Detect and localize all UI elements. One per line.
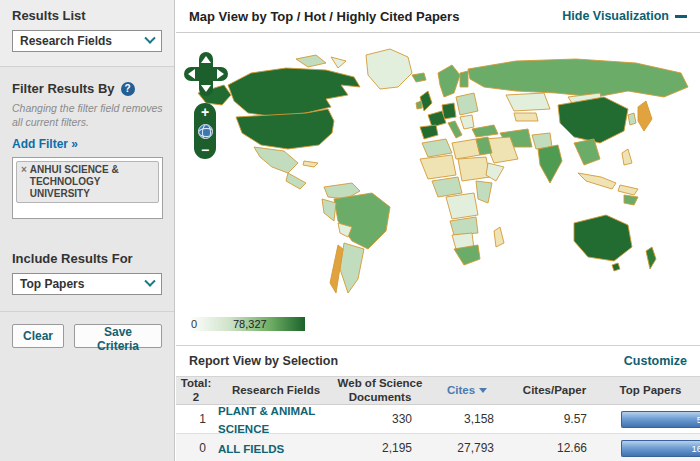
customize-link[interactable]: Customize [624, 354, 687, 368]
column-header-cites[interactable]: Cites [426, 384, 508, 397]
row-index: 0 [176, 441, 216, 455]
zoom-control: + − [194, 103, 216, 159]
column-header-wos-documents[interactable]: Web of Science Documents [334, 377, 426, 403]
research-field-link[interactable]: PLANT & ANIMAL SCIENCE [218, 405, 315, 435]
add-filter-link[interactable]: Add Filter » [12, 137, 162, 151]
total-count: Total: 2 [176, 377, 216, 403]
results-list-section: Results List Research Fields [0, 0, 174, 67]
include-results-value: Top Papers [20, 277, 84, 291]
top-papers-bar[interactable]: 5 [621, 411, 700, 428]
map-controls: + − [183, 51, 229, 159]
table-row: 1 PLANT & ANIMAL SCIENCE 330 3,158 9.57 … [176, 405, 700, 434]
total-value: 2 [176, 391, 216, 404]
cites-per-paper-value: 12.66 [508, 441, 601, 455]
map-area: + − 0 78,327 [176, 33, 700, 345]
total-label: Total: [176, 377, 216, 390]
save-criteria-button[interactable]: Save Criteria [74, 324, 162, 348]
table-row: 0 ALL FIELDS 2,195 27,793 12.66 16 [176, 434, 700, 461]
filter-tag[interactable]: × ANHUI SCIENCE & TECHNOLOGY UNIVERSITY [16, 161, 159, 203]
docs-value: 330 [334, 412, 426, 426]
filter-section: Filter Results By ? Changing the filter … [0, 67, 174, 229]
report-header: Report View by Selection Customize [176, 345, 700, 376]
sidebar: Results List Research Fields Filter Resu… [0, 0, 175, 461]
page: Results List Research Fields Filter Resu… [0, 0, 700, 461]
active-filters-box: × ANHUI SCIENCE & TECHNOLOGY UNIVERSITY [12, 157, 163, 219]
remove-filter-icon[interactable]: × [21, 164, 27, 176]
filter-section-title: Filter Results By [12, 81, 115, 96]
world-map[interactable] [176, 35, 700, 315]
docs-value: 2,195 [334, 441, 426, 455]
research-field-link[interactable]: ALL FIELDS [218, 443, 284, 455]
column-header-top-papers[interactable]: Top Papers [601, 384, 700, 397]
results-list-label: Results List [12, 8, 162, 23]
main-panel: Map View by Top / Hot / Highly Cited Pap… [176, 0, 700, 461]
cites-per-paper-value: 9.57 [508, 412, 601, 426]
top-papers-value: 16 [691, 443, 700, 454]
results-list-value: Research Fields [20, 34, 112, 48]
globe-icon[interactable] [198, 124, 213, 139]
include-results-label: Include Results For [12, 251, 162, 266]
top-papers-cell: 5 [601, 405, 700, 434]
legend-max-value: 78,327 [233, 318, 267, 330]
include-results-dropdown[interactable]: Top Papers [12, 273, 162, 295]
filter-tag-label: ANHUI SCIENCE & TECHNOLOGY UNIVERSITY [30, 164, 154, 200]
zoom-out-button[interactable]: − [201, 145, 209, 155]
cites-header-label: Cites [447, 384, 475, 397]
filter-note: Changing the filter field removes all cu… [12, 102, 164, 129]
map-legend: 0 78,327 [189, 317, 349, 331]
sort-caret-down-icon [479, 388, 487, 393]
include-results-section: Include Results For Top Papers [0, 243, 174, 312]
column-header-research-fields[interactable]: Research Fields [216, 384, 334, 397]
pan-control[interactable] [183, 51, 229, 97]
legend-min-value: 0 [191, 318, 197, 330]
hide-visualization-label: Hide Visualization [562, 9, 669, 23]
chevron-down-icon [144, 33, 155, 44]
top-papers-cell: 16 [601, 434, 700, 461]
results-list-dropdown[interactable]: Research Fields [12, 30, 162, 52]
zoom-in-button[interactable]: + [201, 107, 209, 117]
report-table: Total: 2 Research Fields Web of Science … [176, 376, 700, 461]
chevron-down-icon [144, 276, 155, 287]
hide-visualization-link[interactable]: Hide Visualization [562, 9, 687, 23]
row-index: 1 [176, 412, 216, 426]
sidebar-buttons: Clear Save Criteria [0, 312, 174, 360]
top-papers-bar[interactable]: 16 [621, 440, 700, 457]
cites-value: 3,158 [426, 412, 508, 426]
map-view-title: Map View by Top / Hot / Highly Cited Pap… [189, 9, 459, 24]
help-icon[interactable]: ? [121, 82, 135, 96]
clear-button[interactable]: Clear [12, 324, 64, 348]
cites-value: 27,793 [426, 441, 508, 455]
minus-icon [675, 15, 687, 18]
report-view-title: Report View by Selection [189, 354, 338, 368]
map-header: Map View by Top / Hot / Highly Cited Pap… [176, 0, 700, 33]
column-header-cites-per-paper[interactable]: Cites/Paper [508, 384, 601, 397]
